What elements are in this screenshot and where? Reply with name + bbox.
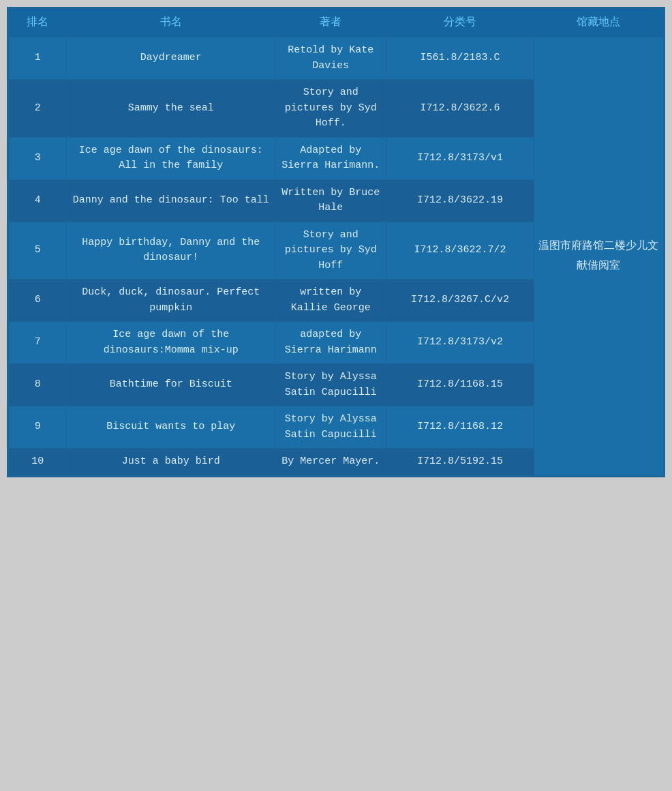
main-table-container: 排名 书名 著者 分类号 馆藏地点 1DaydreamerRetold by K… — [7, 7, 665, 477]
cell-callnum: I712.8/3622.6 — [386, 80, 534, 138]
header-author: 著者 — [275, 9, 386, 38]
cell-title: Ice age dawn of the dinosaurs:Momma mix-… — [67, 322, 275, 364]
book-ranking-table: 排名 书名 著者 分类号 馆藏地点 1DaydreamerRetold by K… — [8, 8, 664, 476]
cell-callnum: I712.8/3173/v2 — [386, 322, 534, 364]
cell-callnum: I712.8/1168.12 — [386, 406, 534, 449]
cell-title: Duck, duck, dinosaur. Perfect pumpkin — [67, 280, 275, 322]
cell-title: Happy birthday, Danny and the dinosaur! — [67, 222, 275, 280]
cell-author: Retold by Kate Davies — [275, 37, 386, 80]
cell-title: Just a baby bird — [67, 449, 275, 476]
cell-rank: 3 — [9, 137, 67, 179]
header-callnum: 分类号 — [386, 9, 534, 38]
cell-callnum: I712.8/1168.15 — [386, 364, 534, 406]
header-row: 排名 书名 著者 分类号 馆藏地点 — [9, 9, 664, 38]
cell-title: Bathtime for Biscuit — [67, 364, 275, 406]
header-location: 馆藏地点 — [534, 9, 663, 38]
cell-author: Story by Alyssa Satin Capucilli — [275, 364, 386, 406]
table-row: 1DaydreamerRetold by Kate DaviesI561.8/2… — [9, 37, 664, 80]
cell-author: Story by Alyssa Satin Capucilli — [275, 406, 386, 449]
cell-rank: 9 — [9, 406, 67, 449]
cell-author: Written by Bruce Hale — [275, 179, 386, 222]
cell-title: Sammy the seal — [67, 80, 275, 138]
cell-callnum: I712.8/3622.7/2 — [386, 222, 534, 280]
cell-author: By Mercer Mayer. — [275, 449, 386, 476]
cell-rank: 8 — [9, 364, 67, 406]
cell-rank: 2 — [9, 80, 67, 138]
cell-title: Daydreamer — [67, 37, 275, 80]
cell-location: 温图市府路馆二楼少儿文献借阅室 — [534, 37, 663, 475]
cell-callnum: I561.8/2183.C — [386, 37, 534, 80]
cell-author: Story and pictures by Syd Hoff — [275, 222, 386, 280]
cell-author: adapted by Sierra Harimann — [275, 322, 386, 364]
cell-rank: 4 — [9, 179, 67, 222]
cell-rank: 10 — [9, 449, 67, 476]
cell-author: Adapted by Sierra Harimann. — [275, 137, 386, 179]
cell-rank: 5 — [9, 222, 67, 280]
cell-callnum: I712.8/3622.19 — [386, 179, 534, 222]
header-title: 书名 — [67, 9, 275, 38]
cell-callnum: I712.8/3267.C/v2 — [386, 280, 534, 322]
cell-title: Biscuit wants to play — [67, 406, 275, 449]
cell-rank: 6 — [9, 280, 67, 322]
cell-title: Ice age dawn of the dinosaurs: All in th… — [67, 137, 275, 179]
cell-callnum: I712.8/5192.15 — [386, 449, 534, 476]
cell-title: Danny and the dinosaur: Too tall — [67, 179, 275, 222]
cell-rank: 1 — [9, 37, 67, 80]
cell-author: written by Kallie George — [275, 280, 386, 322]
header-rank: 排名 — [9, 9, 67, 38]
cell-callnum: I712.8/3173/v1 — [386, 137, 534, 179]
cell-author: Story and pictures by Syd Hoff. — [275, 80, 386, 138]
cell-rank: 7 — [9, 322, 67, 364]
